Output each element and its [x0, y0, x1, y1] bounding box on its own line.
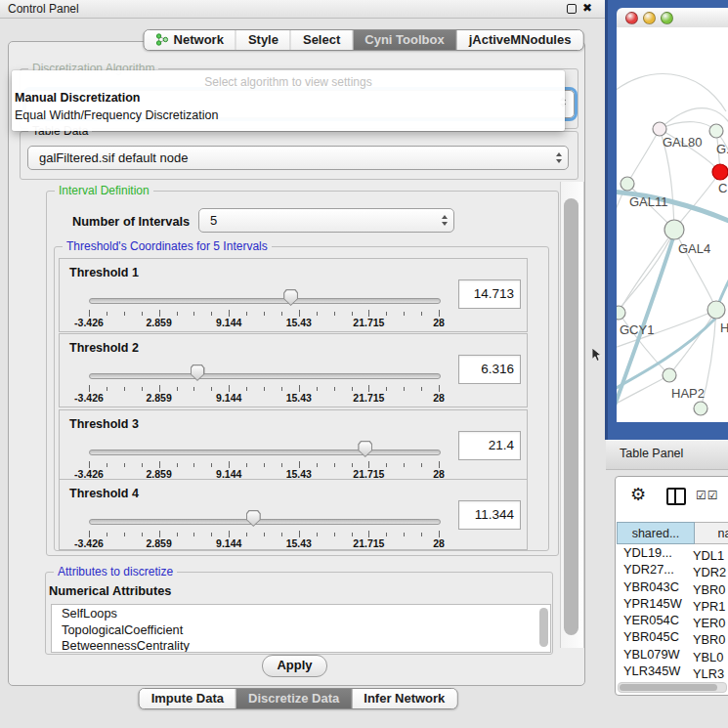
tick-mark — [421, 533, 422, 536]
tick-mark — [264, 312, 265, 316]
table-row[interactable]: YBR045CYBR0 — [617, 629, 728, 646]
threshold-value-field[interactable]: 21.4 — [458, 431, 521, 460]
table-row[interactable]: YER054CYER0 — [617, 613, 728, 629]
network-node-g[interactable] — [709, 124, 723, 138]
table-row[interactable]: YLR345WYLR3 — [617, 664, 728, 680]
checkbox-icons[interactable]: ☑☑ — [696, 489, 719, 502]
threshold-slider-thumb[interactable] — [191, 364, 205, 381]
table-row[interactable]: YBL079WYBL0 — [617, 647, 728, 664]
network-node-hap2[interactable] — [663, 368, 676, 382]
list-scrollbar-thumb[interactable] — [539, 608, 548, 647]
num-intervals-combobox[interactable]: 5 — [198, 208, 454, 233]
tick-label: 2.859 — [146, 537, 171, 549]
cell-name: YDR2 — [693, 565, 726, 579]
table-row[interactable]: YDR27...YDR2 — [617, 562, 728, 578]
cell-name: YDL1 — [693, 548, 724, 563]
tab-label: Impute Data — [151, 691, 224, 706]
tick-mark — [107, 387, 107, 391]
dropdown-option-manual[interactable]: Manual Discretization — [15, 91, 141, 105]
group-title: Threshold's Coordinates for 5 Intervals — [63, 240, 272, 253]
column-header-shared[interactable]: shared... — [617, 522, 695, 544]
network-edge — [627, 129, 660, 184]
column-header-name[interactable]: na — [695, 522, 728, 544]
threshold-slider-track[interactable] — [89, 450, 441, 455]
tick-mark — [317, 312, 318, 316]
tab-infer-network[interactable]: Infer Network — [352, 689, 456, 708]
tab-label: Network — [174, 32, 224, 47]
table-row[interactable]: YBR043CYBR0 — [617, 579, 728, 596]
network-node-gal11[interactable] — [621, 177, 634, 191]
close-icon[interactable]: ✖ — [582, 1, 592, 15]
tick-mark — [107, 533, 107, 536]
threshold-slider-track[interactable] — [89, 298, 441, 304]
tab-label: Select — [303, 32, 340, 47]
threshold-slider-thumb[interactable] — [358, 441, 372, 457]
tick-label: 9.144 — [216, 317, 241, 328]
close-traffic-light[interactable] — [625, 12, 638, 24]
tab-cyni-toolbox[interactable]: Cyni Toolbox — [353, 30, 456, 50]
attribute-item[interactable]: TopologicalCoefficient — [52, 621, 550, 638]
tick-mark — [177, 463, 178, 467]
tab-impute-data[interactable]: Impute Data — [140, 689, 236, 708]
tick-label: 15.43 — [286, 537, 312, 549]
threshold-slider-track[interactable] — [89, 519, 441, 525]
tick-mark — [193, 533, 194, 536]
attribute-item[interactable]: SelfLoops — [52, 605, 550, 621]
threshold-value-field[interactable]: 6.316 — [458, 355, 521, 384]
network-canvas[interactable]: GAL80G.CGAL11GAL4GCY1HHAP2 — [617, 27, 728, 422]
network-node-gal4[interactable] — [664, 220, 684, 239]
tick-mark — [439, 461, 440, 468]
table-row[interactable]: YDL19...YDL1 — [617, 545, 728, 562]
tick-mark — [352, 387, 353, 391]
dropdown-option-equal-width[interactable]: Equal Width/Frequency Discretization — [15, 108, 218, 122]
tick-label: -3.426 — [74, 317, 104, 328]
cell-shared-name: YDL19... — [617, 545, 693, 560]
threshold-slider-track[interactable] — [89, 373, 441, 379]
apply-button[interactable]: Apply — [262, 655, 327, 677]
tab-discretize-data[interactable]: Discretize Data — [236, 689, 352, 708]
network-node-gal80[interactable] — [653, 122, 666, 136]
tick-mark — [386, 533, 387, 536]
tab-label: Discretize Data — [248, 691, 339, 706]
cell-name: YBL0 — [693, 650, 723, 664]
combobox-value: galFiltered.sif default node — [28, 150, 550, 165]
tab-jactivemnodules[interactable]: jActiveMNodules — [457, 30, 583, 50]
tab-style[interactable]: Style — [236, 30, 291, 50]
tick-mark — [107, 463, 107, 467]
float-panel-icon[interactable] — [567, 4, 577, 14]
tick-mark — [229, 310, 230, 317]
tick-label: 9.144 — [216, 537, 241, 549]
network-node-gcy1[interactable] — [617, 306, 625, 320]
minimize-traffic-light[interactable] — [643, 12, 656, 24]
threshold-slider-thumb[interactable] — [283, 289, 298, 306]
tick-mark — [299, 461, 300, 468]
threshold-value-field[interactable]: 14.713 — [458, 279, 521, 309]
columns-icon[interactable] — [666, 488, 686, 505]
gear-icon[interactable]: ⚙ — [630, 484, 646, 505]
tick-mark — [159, 461, 160, 468]
attribute-item[interactable]: BetweennessCentrality — [52, 637, 550, 653]
cell-shared-name: YBL079W — [617, 647, 693, 662]
tab-select[interactable]: Select — [291, 30, 353, 50]
table-row[interactable]: YPR145WYPR1 — [617, 596, 728, 613]
tab-label: Infer Network — [364, 691, 445, 706]
horizontal-scrollbar-thumb[interactable] — [620, 684, 717, 691]
network-node-label: GAL80 — [663, 135, 702, 150]
stepper-icon — [550, 152, 568, 163]
network-node-partial-node[interactable] — [694, 402, 707, 415]
tab-network[interactable]: Network — [145, 30, 236, 50]
tick-mark — [317, 387, 318, 391]
threshold-label: Threshold 3 — [69, 417, 139, 431]
panel-scrollbar-thumb[interactable] — [564, 198, 578, 635]
tick-label: 15.43 — [286, 317, 312, 328]
threshold-value-field[interactable]: 11.344 — [458, 500, 521, 530]
zoom-traffic-light[interactable] — [661, 12, 673, 24]
tab-label: jActiveMNodules — [469, 32, 572, 47]
numerical-attributes-list[interactable]: SelfLoopsTopologicalCoefficientBetweenne… — [51, 604, 551, 653]
tick-mark — [229, 461, 230, 468]
network-node-h[interactable] — [707, 301, 725, 319]
table-data-combobox[interactable]: galFiltered.sif default node — [27, 146, 569, 170]
threshold-slider-thumb[interactable] — [246, 510, 261, 527]
tick-mark — [439, 310, 440, 317]
network-node-red-node[interactable] — [712, 164, 728, 180]
